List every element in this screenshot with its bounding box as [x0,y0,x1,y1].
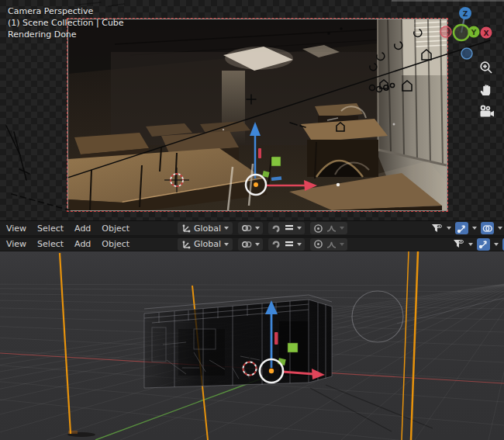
active-object-label: (1) Scene Collection | Cube [8,17,124,29]
falloff-curve-icon[interactable] [326,223,337,233]
header-menus: View Select Add Object [6,221,129,235]
chevron-down-icon [472,227,477,230]
chevron-down-icon [255,243,260,246]
svg-text:Y: Y [471,29,477,36]
axis-ball-neg-z[interactable] [461,48,472,59]
chevron-down-icon [468,243,473,246]
chevron-down-icon [498,227,502,230]
snap-magnet-icon[interactable] [271,239,281,249]
menu-view[interactable]: View [6,223,26,234]
chevron-down-icon [340,227,344,230]
navigation-gizmo[interactable]: Z Y X [428,2,502,68]
viewport-wireframe[interactable] [0,251,504,440]
transform-orientation-dropdown[interactable]: Global [178,222,233,234]
snap-magnet-icon[interactable] [271,223,281,234]
menu-object[interactable]: Object [102,223,129,234]
menu-view[interactable]: View [6,239,26,249]
rendered-classroom-scene [68,19,447,210]
axis-ball-neg-y[interactable] [454,25,469,40]
pivot-point-dropdown[interactable] [238,238,263,251]
chevron-down-icon [297,243,302,246]
pivot-point-icon [241,223,252,233]
falloff-curve-icon[interactable] [326,240,337,249]
svg-text:Z: Z [463,10,468,18]
render-status-label: Rendering Done [8,29,124,40]
axis-ball-x[interactable]: X [481,27,492,39]
pivot-point-dropdown[interactable] [238,222,263,234]
chevron-down-icon [224,227,229,230]
axis-ball-y[interactable]: Y [468,26,480,38]
viewport-top-header: View Select Add Object Global [0,220,504,236]
gizmos-toggle-icon[interactable] [477,238,490,251]
wireframe-scene [0,251,504,440]
axis-ball-neg-x[interactable] [440,26,451,37]
header-menus: View Select Add Object [6,237,129,251]
orientation-value: Global [194,223,221,234]
proportional-editing-icon[interactable] [313,223,323,234]
pan-hand-icon[interactable] [477,81,495,99]
snap-mode-icon[interactable] [285,223,294,233]
filter-dropdown-icon[interactable] [453,239,464,249]
overlays-toggle-icon[interactable] [481,222,494,234]
snap-mode-icon[interactable] [285,240,294,249]
camera-view-icon[interactable] [477,102,495,121]
svg-text:X: X [484,29,489,37]
zoom-icon[interactable] [477,59,495,78]
chevron-down-icon [255,227,260,230]
viewport-camera-perspective[interactable]: Camera Perspective (1) Scene Collection … [0,0,504,220]
viewport-overlay-text: Camera Perspective (1) Scene Collection … [8,5,124,40]
menu-add[interactable]: Add [74,223,91,234]
menu-object[interactable]: Object [102,239,129,249]
proportional-editing-icon[interactable] [313,239,323,249]
menu-add[interactable]: Add [74,239,91,249]
orientation-axes-icon [181,223,191,233]
chevron-down-icon [494,243,499,246]
chevron-down-icon [224,243,229,246]
pivot-point-icon [241,240,252,249]
menu-select[interactable]: Select [37,223,64,234]
filter-dropdown-icon[interactable] [431,223,443,234]
chevron-down-icon [297,227,302,230]
menu-select[interactable]: Select [37,239,64,249]
orientation-axes-icon [181,240,191,249]
viewport-tool-buttons [477,59,497,124]
blender-window: Camera Perspective (1) Scene Collection … [0,0,504,440]
camera-frame [68,19,447,210]
chevron-down-icon [447,227,451,230]
viewport-bottom-header: View Select Add Object Global [0,237,504,251]
chevron-down-icon [340,243,344,246]
gizmos-toggle-icon[interactable] [455,222,468,234]
view-name-label: Camera Perspective [8,5,124,17]
axis-ball-z[interactable]: Z [459,7,471,19]
transform-orientation-dropdown[interactable]: Global [178,238,233,251]
orientation-value: Global [194,239,221,249]
